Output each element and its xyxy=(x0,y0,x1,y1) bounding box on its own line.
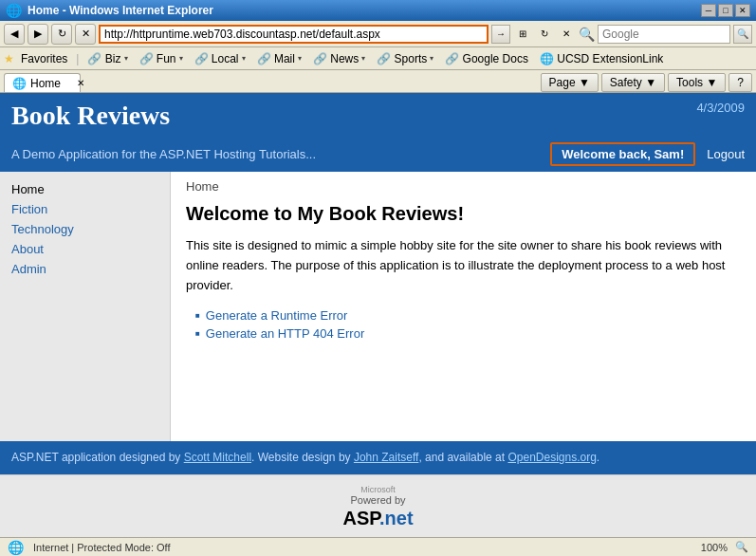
footer-designer-link[interactable]: John Zaitseff xyxy=(354,451,418,464)
restore-button[interactable]: □ xyxy=(718,4,733,17)
main-content: Home Welcome to My Book Reviews! This si… xyxy=(171,172,756,441)
favorites-mail[interactable]: 🔗 Mail ▾ xyxy=(252,50,306,67)
minimize-button[interactable]: ─ xyxy=(701,4,716,17)
search-icon: 🔍 xyxy=(579,27,595,42)
status-bar-right: 100% 🔍 xyxy=(701,541,748,553)
powered-by: Microsoft Powered by ASP.net xyxy=(0,474,756,537)
go-button[interactable]: → xyxy=(491,25,510,44)
tools-menu-button[interactable]: Tools ▼ xyxy=(668,73,726,92)
site-body: Home Fiction Technology About Admin Home… xyxy=(0,172,756,441)
favorites-biz[interactable]: 🔗 Biz ▾ xyxy=(83,50,132,67)
tab-home-label: Home xyxy=(30,77,61,90)
list-item-404-error: Generate an HTTP 404 Error xyxy=(195,326,741,341)
stop-button[interactable]: ✕ xyxy=(75,24,96,45)
sidebar-item-home[interactable]: Home xyxy=(0,179,170,199)
status-bar: 🌐 Internet | Protected Mode: Off 100% 🔍 xyxy=(0,537,756,556)
page-menu-button[interactable]: Page ▼ xyxy=(541,73,599,92)
welcome-badge: Welcome back, Sam! xyxy=(550,142,695,166)
aspnet-logo: ASP.net xyxy=(8,508,748,529)
favorites-fun[interactable]: 🔗 Fun ▾ xyxy=(135,50,188,67)
tab-home[interactable]: 🌐 Home ✕ xyxy=(4,73,81,92)
runtime-error-link[interactable]: Generate a Runtime Error xyxy=(206,308,348,323)
powered-by-text: Microsoft Powered by xyxy=(8,483,748,506)
help-button[interactable]: ? xyxy=(728,73,752,92)
footer-site-link[interactable]: OpenDesigns.org xyxy=(507,451,596,464)
search-go-button[interactable]: 🔍 xyxy=(733,25,752,44)
site-date: 4/3/2009 xyxy=(696,101,745,115)
favorites-label[interactable]: Favorites xyxy=(16,50,72,67)
sidebar-nav: Home Fiction Technology About Admin xyxy=(0,179,170,279)
site-header: Book Reviews 4/3/2009 xyxy=(0,93,756,139)
ms-text: Microsoft xyxy=(360,485,396,494)
sidebar-item-fiction[interactable]: Fiction xyxy=(0,199,170,219)
asp-text: ASP xyxy=(342,508,379,528)
footer-text4: . xyxy=(597,451,599,464)
status-zone-text: Internet | Protected Mode: Off xyxy=(33,542,171,553)
address-bar[interactable] xyxy=(99,25,489,44)
site-subtitle: A Demo Application for the ASP.NET Hosti… xyxy=(11,147,316,161)
net-text: .net xyxy=(379,508,414,528)
refresh-button[interactable]: ↻ xyxy=(51,24,72,45)
tab-home-icon: 🌐 xyxy=(12,77,27,90)
forward-button[interactable]: ▶ xyxy=(28,24,48,45)
footer-author-link[interactable]: Scott Mitchell xyxy=(184,451,251,464)
http-404-link[interactable]: Generate an HTTP 404 Error xyxy=(206,326,364,341)
site-title: Book Reviews xyxy=(11,101,170,131)
footer-text3: , and available at xyxy=(418,451,507,464)
main-links-list: Generate a Runtime Error Generate an HTT… xyxy=(195,308,741,341)
search-input[interactable] xyxy=(598,25,730,44)
favorites-bar: ★ Favorites | 🔗 Biz ▾ 🔗 Fun ▾ 🔗 Local ▾ … xyxy=(0,47,756,70)
sidebar-item-about[interactable]: About xyxy=(0,239,170,259)
tab-close-icon[interactable]: ✕ xyxy=(77,78,84,88)
favorites-ucsd[interactable]: 🌐 UCSD ExtensionLink xyxy=(535,50,668,67)
list-item-runtime-error: Generate a Runtime Error xyxy=(195,308,741,323)
site-subtitle-bar: A Demo Application for the ASP.NET Hosti… xyxy=(0,139,756,172)
status-globe-icon: 🌐 xyxy=(8,540,24,555)
main-heading: Welcome to My Book Reviews! xyxy=(186,203,741,225)
site-footer: ASP.NET application designed by Scott Mi… xyxy=(0,441,756,474)
sidebar-item-technology[interactable]: Technology xyxy=(0,219,170,239)
favorites-news[interactable]: 🔗 News ▾ xyxy=(308,50,370,67)
favorites-google-docs[interactable]: 🔗 Google Docs xyxy=(440,50,533,67)
breadcrumb: Home xyxy=(186,179,741,194)
title-bar: 🌐 Home - Windows Internet Explorer ─ □ ✕ xyxy=(0,0,756,21)
zoom-text: 100% xyxy=(701,542,728,553)
powered-label: Powered by xyxy=(350,494,405,506)
zoom-icon: 🔍 xyxy=(735,541,748,553)
stop-small-button[interactable]: ✕ xyxy=(557,25,576,44)
favorites-star-icon: ★ xyxy=(4,52,14,65)
footer-text2: . Website design by xyxy=(251,451,354,464)
tab-toolbar-right: Page ▼ Safety ▼ Tools ▼ ? xyxy=(541,73,752,92)
main-body-text: This site is designed to mimic a simple … xyxy=(186,236,741,295)
browser-content: Book Reviews 4/3/2009 A Demo Application… xyxy=(0,93,756,537)
compat-button[interactable]: ⊞ xyxy=(513,25,532,44)
nav-bar: ◀ ▶ ↻ ✕ → ⊞ ↻ ✕ 🔍 🔍 xyxy=(0,21,756,47)
footer-text1: ASP.NET application designed by xyxy=(11,451,184,464)
close-button[interactable]: ✕ xyxy=(735,4,750,17)
tab-bar: 🌐 Home ✕ Page ▼ Safety ▼ Tools ▼ ? xyxy=(0,70,756,93)
refresh-small-button[interactable]: ↻ xyxy=(535,25,554,44)
back-button[interactable]: ◀ xyxy=(4,24,25,45)
logout-link[interactable]: Logout xyxy=(707,147,745,161)
sidebar-item-admin[interactable]: Admin xyxy=(0,259,170,279)
window-title: Home - Windows Internet Explorer xyxy=(28,4,213,17)
safety-menu-button[interactable]: Safety ▼ xyxy=(601,73,665,92)
favorites-local[interactable]: 🔗 Local ▾ xyxy=(190,50,250,67)
favorites-sports[interactable]: 🔗 Sports ▾ xyxy=(372,50,438,67)
ie-icon: 🌐 xyxy=(6,3,22,18)
sidebar: Home Fiction Technology About Admin xyxy=(0,172,171,441)
